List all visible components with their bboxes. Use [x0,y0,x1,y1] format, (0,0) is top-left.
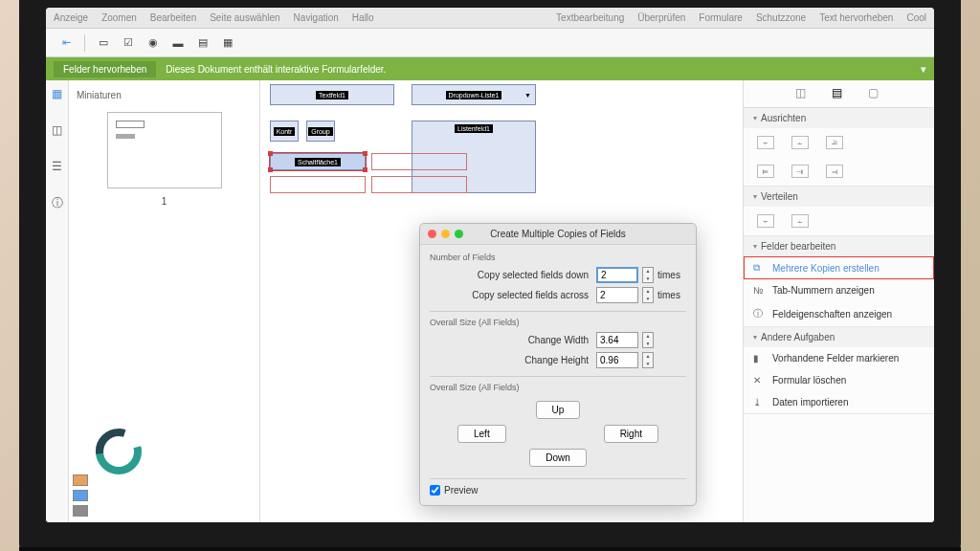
notification-text: Dieses Dokument enthält interaktive Form… [166,64,386,75]
distribute-h-icon[interactable]: ⫟ [757,214,774,228]
width-label: Change Width [430,335,592,345]
align-top-icon[interactable]: ⫢ [757,165,774,178]
bookmark-icon[interactable]: ◫ [50,122,65,138]
height-label: Change Height [430,355,592,365]
field-properties-item[interactable]: ⓘFeldeigenschaften anzeigen [744,301,934,326]
menu-item[interactable]: Bearbeiten [150,12,196,23]
page-number: 1 [75,196,254,207]
listbox-tool-icon[interactable]: ▤ [192,34,213,52]
stepper[interactable]: ▲▼ [642,352,654,368]
menu-item[interactable]: Schutzzone [756,12,806,23]
section-header[interactable]: Ausrichten [744,108,934,128]
copy-down-input[interactable] [596,267,638,283]
menu-item[interactable]: Navigation [294,12,339,23]
cursor-tool-icon[interactable]: ⇤ [56,34,77,52]
brand-logo [96,429,142,474]
zoom-icon[interactable] [455,230,463,238]
radio-object[interactable]: Group [306,121,335,142]
menu-item[interactable]: Cool [906,12,926,23]
tab-numbers-item[interactable]: №Tab-Nummern anzeigen [744,279,934,301]
highlight-fields-button[interactable]: Felder hervorheben [54,61,156,77]
up-button[interactable]: Up [536,401,581,419]
align-bottom-icon[interactable]: ⫤ [826,165,843,178]
copy-across-input[interactable] [596,287,638,303]
highlight-icon: ▮ [753,353,767,364]
copy-preview-box [371,176,467,193]
align-middle-icon[interactable]: ⫣ [791,165,809,178]
checkbox-tool-icon[interactable]: ☑ [118,34,139,52]
section-label: Overall Size (All Fields) [430,383,686,392]
copy-preview-box [270,176,366,193]
info-icon[interactable]: ⓘ [50,195,65,210]
menu-item[interactable]: Text hervorheben [819,12,893,23]
times-label: times [657,290,686,300]
dropdown-tool-icon[interactable]: ▦ [217,34,238,52]
dialog-title: Create Multiple Copies of Fields [490,229,626,239]
create-copies-item[interactable]: ⧉Mehrere Kopien erstellen [744,256,934,279]
textfield-tool-icon[interactable]: ▭ [93,34,114,52]
menubar: Anzeige Zoomen Bearbeiten Seite auswähle… [46,8,934,29]
right-button[interactable]: Right [604,425,658,443]
panel-tab-icon[interactable]: ◫ [795,86,811,101]
menu-item[interactable]: Textbearbeitung [556,12,624,23]
right-panel: ◫ ▤ ▢ Ausrichten ⫟ ⫠ ⫡ ⫢ ⫣ ⫤ Verteilen ⫟… [743,80,934,522]
stepper[interactable]: ▲▼ [642,332,654,348]
button-object-selected[interactable]: Schaltfläche1 [270,153,366,170]
dropdown-object[interactable]: Dropdown-Liste1▼ [412,84,536,105]
section-label: Number of Fields [430,253,686,262]
width-input[interactable] [596,332,638,348]
section-label: Overall Size (All Fields) [430,318,686,327]
radio-tool-icon[interactable]: ◉ [143,34,164,52]
copy-across-label: Copy selected fields across [430,290,592,300]
times-label: times [657,270,686,280]
page-thumbnail[interactable] [107,112,222,188]
list-icon[interactable]: ☰ [50,159,65,174]
textfield-object[interactable]: Textfeld1 [270,84,394,105]
align-center-icon[interactable]: ⫠ [791,136,809,149]
stepper[interactable]: ▲▼ [642,267,654,283]
info-icon: ⓘ [753,307,767,320]
copy-icon: ⧉ [753,262,767,274]
distribute-v-icon[interactable]: ⫠ [791,214,809,228]
button-tool-icon[interactable]: ▬ [167,34,189,52]
form-notification-bar: Felder hervorheben Dieses Dokument enthä… [46,57,934,80]
close-icon[interactable] [428,230,436,238]
down-button[interactable]: Down [529,449,587,467]
align-left-icon[interactable]: ⫟ [757,136,774,149]
number-icon: № [753,285,767,296]
copy-preview-box [371,153,467,170]
checkbox-object[interactable]: Kontr [270,121,299,142]
copy-down-label: Copy selected fields down [430,270,592,280]
layout-icon[interactable] [73,505,88,517]
align-right-icon[interactable]: ⫡ [826,136,843,149]
minimize-icon[interactable] [441,230,450,238]
menu-item[interactable]: Anzeige [54,12,88,23]
create-copies-dialog: Create Multiple Copies of Fields Number … [419,223,697,506]
delete-icon: ✕ [753,375,767,386]
thumbnails-icon[interactable]: ▦ [50,86,65,101]
height-input[interactable] [596,352,638,368]
preview-label: Preview [444,485,479,496]
panel-tab-icon[interactable]: ▢ [868,86,883,101]
left-button[interactable]: Left [457,425,506,443]
preview-checkbox[interactable] [430,485,440,496]
menu-item[interactable]: Seite auswählen [210,12,279,23]
panel-title: Miniaturen [75,86,254,104]
dialog-titlebar[interactable]: Create Multiple Copies of Fields [420,224,696,245]
menu-item[interactable]: Hallo [352,12,374,23]
menu-item[interactable]: Überprüfen [637,12,685,23]
left-rail: ▦ ◫ ☰ ⓘ [46,80,69,522]
menu-item[interactable]: Formulare [699,12,743,23]
layout-icon[interactable] [73,474,88,486]
panel-tab-icon[interactable]: ▤ [832,86,847,101]
section-header[interactable]: Andere Aufgaben [744,327,934,347]
section-header[interactable]: Felder bearbeiten [744,236,934,256]
mark-fields-item[interactable]: ▮Vorhandene Felder markieren [744,347,934,369]
chevron-down-icon[interactable]: ▾ [921,63,926,76]
stepper[interactable]: ▲▼ [642,287,654,303]
layout-icon[interactable] [73,490,88,501]
import-data-item[interactable]: ⤓Daten importieren [744,391,934,413]
section-header[interactable]: Verteilen [744,187,934,207]
delete-form-item[interactable]: ✕Formular löschen [744,369,934,391]
menu-item[interactable]: Zoomen [101,12,137,23]
